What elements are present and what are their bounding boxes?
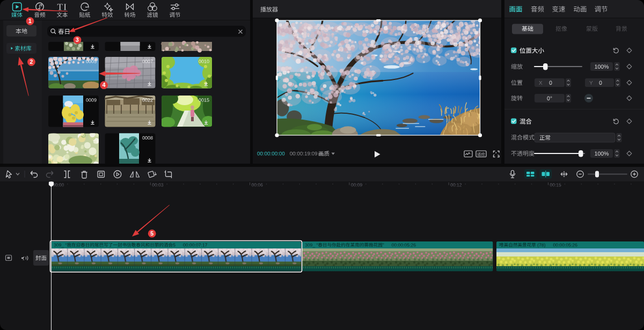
svg-text:2: 2 <box>30 58 33 65</box>
svg-text:1: 1 <box>28 18 32 24</box>
svg-text:4: 4 <box>103 82 106 88</box>
svg-text:5: 5 <box>150 230 153 237</box>
svg-text:3: 3 <box>76 36 79 43</box>
